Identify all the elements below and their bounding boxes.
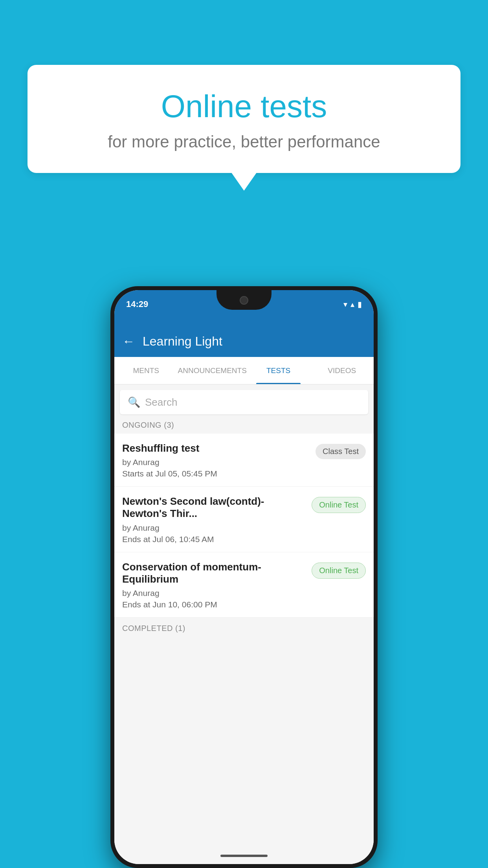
badge-online-test-conservation: Online Test bbox=[312, 563, 366, 579]
test-author-conservation: by Anurag bbox=[122, 588, 308, 598]
speech-bubble: Online tests for more practice, better p… bbox=[28, 65, 460, 173]
content-area: 🔍 Search ONGOING (3) Reshuffling test by… bbox=[114, 384, 374, 864]
ongoing-section-header: ONGOING (3) bbox=[114, 414, 374, 434]
test-time-reshuffling: Starts at Jul 05, 05:45 PM bbox=[122, 469, 312, 478]
badge-class-test: Class Test bbox=[316, 444, 366, 459]
search-icon: 🔍 bbox=[128, 396, 140, 408]
test-item-reshuffling[interactable]: Reshuffling test by Anurag Starts at Jul… bbox=[114, 434, 374, 487]
test-item-newton[interactable]: Newton's Second law(contd)-Newton's Thir… bbox=[114, 487, 374, 552]
test-author-reshuffling: by Anurag bbox=[122, 458, 312, 467]
status-icons: ▾ ▴ ▮ bbox=[343, 300, 362, 309]
test-info-conservation: Conservation of momentum-Equilibrium by … bbox=[122, 561, 312, 609]
tab-bar: MENTS ANNOUNCEMENTS TESTS VIDEOS bbox=[114, 357, 374, 384]
test-item-conservation[interactable]: Conservation of momentum-Equilibrium by … bbox=[114, 552, 374, 618]
tab-videos[interactable]: VIDEOS bbox=[310, 357, 374, 384]
tab-ments[interactable]: MENTS bbox=[114, 357, 178, 384]
phone-screen: 14:29 ▾ ▴ ▮ ← Learning Light MENTS ANNOU… bbox=[114, 290, 374, 864]
signal-icon: ▴ bbox=[350, 300, 354, 309]
app-bar: ← Learning Light bbox=[114, 326, 374, 357]
bubble-subtitle: for more practice, better performance bbox=[47, 132, 441, 151]
phone-home-indicator bbox=[220, 855, 268, 857]
bubble-title: Online tests bbox=[47, 88, 441, 125]
tab-tests[interactable]: TESTS bbox=[247, 357, 310, 384]
app-bar-title: Learning Light bbox=[143, 334, 222, 349]
test-author-newton: by Anurag bbox=[122, 523, 308, 533]
back-button[interactable]: ← bbox=[122, 334, 135, 349]
test-time-conservation: Ends at Jun 10, 06:00 PM bbox=[122, 600, 308, 609]
test-info-newton: Newton's Second law(contd)-Newton's Thir… bbox=[122, 495, 312, 544]
test-name-newton: Newton's Second law(contd)-Newton's Thir… bbox=[122, 495, 308, 520]
speech-bubble-container: Online tests for more practice, better p… bbox=[28, 65, 460, 173]
search-bar[interactable]: 🔍 Search bbox=[120, 390, 368, 414]
test-name-reshuffling: Reshuffling test bbox=[122, 442, 312, 454]
test-name-conservation: Conservation of momentum-Equilibrium bbox=[122, 561, 308, 585]
status-bar: 14:29 ▾ ▴ ▮ bbox=[114, 297, 374, 311]
status-time: 14:29 bbox=[126, 299, 148, 309]
search-placeholder: Search bbox=[145, 396, 177, 408]
tab-announcements[interactable]: ANNOUNCEMENTS bbox=[178, 357, 247, 384]
phone-mockup: 14:29 ▾ ▴ ▮ ← Learning Light MENTS ANNOU… bbox=[110, 286, 378, 868]
wifi-icon: ▾ bbox=[343, 300, 347, 309]
badge-online-test-newton: Online Test bbox=[312, 497, 366, 513]
completed-section-header: COMPLETED (1) bbox=[114, 618, 374, 637]
phone-shell: 14:29 ▾ ▴ ▮ ← Learning Light MENTS ANNOU… bbox=[110, 286, 378, 868]
test-info-reshuffling: Reshuffling test by Anurag Starts at Jul… bbox=[122, 442, 316, 478]
battery-icon: ▮ bbox=[358, 300, 362, 309]
ongoing-test-list: Reshuffling test by Anurag Starts at Jul… bbox=[114, 434, 374, 618]
test-time-newton: Ends at Jul 06, 10:45 AM bbox=[122, 535, 308, 544]
